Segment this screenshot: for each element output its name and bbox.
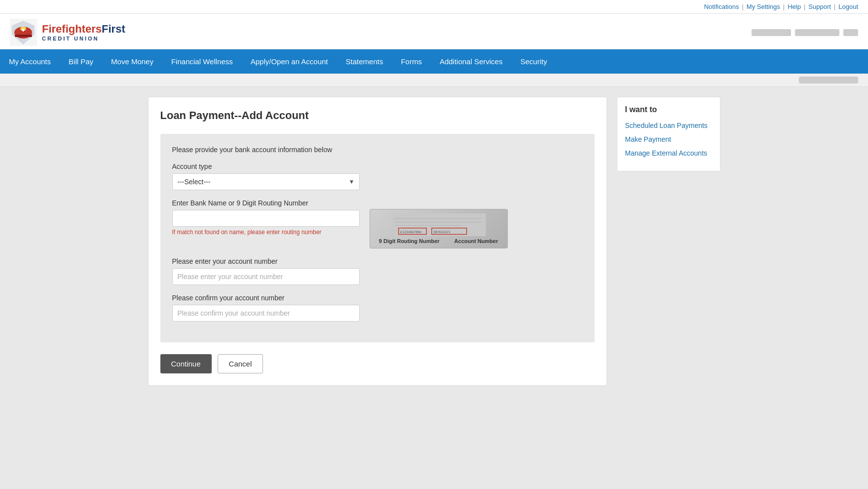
svg-text:⑆123456789⑆: ⑆123456789⑆ [400, 230, 421, 234]
user-account-blurred [795, 29, 839, 36]
user-info-area [752, 29, 858, 36]
sub-header [0, 74, 868, 87]
nav-my-accounts[interactable]: My Accounts [0, 49, 60, 74]
cancel-button[interactable]: Cancel [218, 354, 264, 373]
routing-group: Enter Bank Name or 9 Digit Routing Numbe… [172, 199, 583, 248]
page-content: Loan Payment--Add Account Please provide… [138, 87, 730, 396]
logo-text: FirefightersFirst CREDIT UNION [42, 23, 125, 41]
sidebar-link-make-payment[interactable]: Make Payment [625, 135, 712, 144]
user-name-blurred [752, 29, 791, 36]
nav-apply-open[interactable]: Apply/Open an Account [242, 49, 337, 74]
confirm-account-label: Please confirm your account number [172, 294, 583, 302]
form-intro: Please provide your bank account informa… [172, 146, 583, 154]
svg-text:987654321: 987654321 [433, 230, 451, 234]
logo-area: FirefightersFirst CREDIT UNION [10, 19, 125, 46]
notifications-link[interactable]: Notifications [704, 3, 739, 10]
sep1: | [742, 3, 743, 10]
account-type-select-wrapper: ---Select--- Checking Savings ▼ [172, 173, 360, 190]
nav-move-money[interactable]: Move Money [102, 49, 162, 74]
account-type-select[interactable]: ---Select--- Checking Savings [172, 173, 360, 190]
sub-header-info [799, 77, 858, 83]
button-row: Continue Cancel [160, 354, 595, 373]
check-diagram: ⑆123456789⑆ 987654321 9 Digit Routing Nu… [370, 209, 508, 248]
support-link[interactable]: Support [808, 3, 831, 10]
sep2: | [783, 3, 785, 10]
account-number-group: Please enter your account number [172, 257, 583, 285]
main-panel: Loan Payment--Add Account Please provide… [148, 97, 607, 386]
top-utility-bar: Notifications | My Settings | Help | Sup… [0, 0, 868, 14]
confirm-account-input[interactable] [172, 305, 360, 322]
sidebar: I want to Scheduled Loan Payments Make P… [617, 97, 720, 386]
form-section: Please provide your bank account informa… [160, 134, 595, 342]
svg-rect-3 [15, 35, 32, 37]
routing-input[interactable] [172, 210, 360, 227]
sidebar-link-manage-external-accounts[interactable]: Manage External Accounts [625, 149, 712, 158]
account-type-label: Account type [172, 163, 583, 170]
account-number-input[interactable] [172, 268, 360, 285]
sidebar-link-scheduled-loan-payments[interactable]: Scheduled Loan Payments [625, 121, 712, 130]
logout-link[interactable]: Logout [838, 3, 858, 10]
account-number-label: Account Number [454, 238, 498, 244]
confirm-account-group: Please confirm your account number [172, 294, 583, 322]
sep3: | [804, 3, 805, 10]
nav-statements[interactable]: Statements [337, 49, 392, 74]
routing-number-label: 9 Digit Routing Number [379, 238, 440, 244]
routing-hint: If match not found on name, please enter… [172, 229, 360, 236]
routing-left: Enter Bank Name or 9 Digit Routing Numbe… [172, 199, 360, 236]
brand-red: Firefighters [42, 23, 102, 35]
account-number-label: Please enter your account number [172, 257, 583, 265]
my-settings-link[interactable]: My Settings [747, 3, 780, 10]
nav-forms[interactable]: Forms [392, 49, 431, 74]
page-title: Loan Payment--Add Account [160, 109, 595, 122]
user-id-blurred [843, 29, 858, 36]
routing-label: Enter Bank Name or 9 Digit Routing Numbe… [172, 199, 360, 207]
sidebar-panel: I want to Scheduled Loan Payments Make P… [617, 97, 720, 171]
check-labels: 9 Digit Routing Number Account Number [379, 238, 498, 244]
header: FirefightersFirst CREDIT UNION [0, 14, 868, 49]
help-link[interactable]: Help [788, 3, 801, 10]
main-nav: My Accounts Bill Pay Move Money Financia… [0, 49, 868, 74]
nav-financial-wellness[interactable]: Financial Wellness [162, 49, 242, 74]
svg-rect-7 [23, 29, 24, 32]
logo-icon [10, 19, 37, 46]
nav-security[interactable]: Security [511, 49, 556, 74]
sidebar-title: I want to [625, 105, 712, 114]
brand-blue: First [102, 23, 125, 35]
continue-button[interactable]: Continue [160, 354, 212, 373]
check-svg: ⑆123456789⑆ 987654321 [372, 213, 505, 236]
sep4: | [834, 3, 835, 10]
brand-subtitle: CREDIT UNION [42, 36, 125, 41]
nav-additional-services[interactable]: Additional Services [431, 49, 512, 74]
nav-bill-pay[interactable]: Bill Pay [60, 49, 102, 74]
brand-name: FirefightersFirst [42, 23, 125, 35]
account-type-group: Account type ---Select--- Checking Savin… [172, 163, 583, 190]
